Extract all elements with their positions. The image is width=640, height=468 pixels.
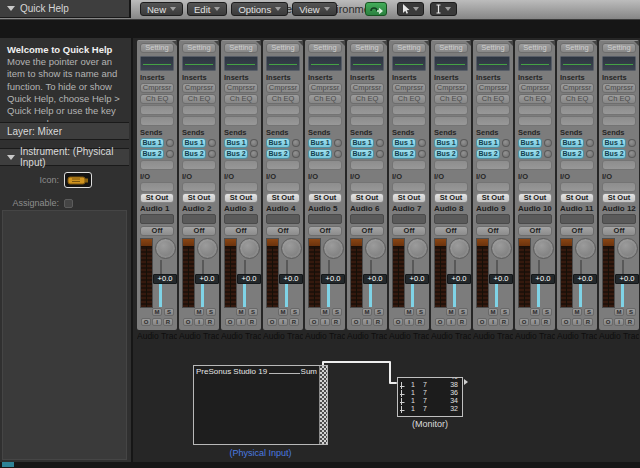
group-slot[interactable] bbox=[476, 214, 510, 224]
eq-display[interactable] bbox=[308, 56, 342, 71]
pan-knob[interactable] bbox=[281, 238, 302, 259]
send-bus2-button[interactable]: Bus 2 bbox=[140, 149, 164, 159]
input-slot[interactable] bbox=[350, 182, 384, 192]
channel-strip[interactable]: Setting Inserts Cmprssr Ch EQ Sends Bus … bbox=[431, 40, 471, 330]
insert-slot-compressor[interactable]: Cmprssr bbox=[224, 83, 258, 93]
pan-knob[interactable] bbox=[197, 238, 218, 259]
output-monitor-button[interactable]: O bbox=[435, 318, 445, 326]
send-bus1-button[interactable]: Bus 1 bbox=[350, 138, 374, 148]
group-slot[interactable] bbox=[518, 214, 552, 224]
fader-position-line[interactable] bbox=[411, 284, 414, 307]
insert-slot-empty[interactable] bbox=[350, 105, 384, 115]
group-slot[interactable] bbox=[266, 214, 300, 224]
insert-slot-compressor[interactable]: Cmprssr bbox=[182, 83, 216, 93]
setting-button[interactable]: Setting bbox=[140, 43, 174, 53]
automation-mode-button[interactable]: Off bbox=[266, 226, 300, 236]
insert-slot-empty[interactable] bbox=[560, 105, 594, 115]
insert-slot-empty[interactable] bbox=[224, 116, 258, 126]
setting-button[interactable]: Setting bbox=[350, 43, 384, 53]
setting-button[interactable]: Setting bbox=[224, 43, 258, 53]
mute-button[interactable]: M bbox=[572, 308, 582, 316]
send-bus1-button[interactable]: Bus 1 bbox=[476, 138, 500, 148]
fader-position-line[interactable] bbox=[495, 284, 498, 307]
output-monitor-button[interactable]: O bbox=[141, 318, 151, 326]
channel-strip[interactable]: Setting Inserts Cmprssr Ch EQ Sends Bus … bbox=[473, 40, 513, 330]
send-level-knob[interactable] bbox=[376, 150, 384, 158]
output-button[interactable]: St Out bbox=[476, 193, 510, 203]
fader-position-line[interactable] bbox=[201, 284, 204, 307]
send-bus2-button[interactable]: Bus 2 bbox=[560, 149, 584, 159]
solo-button[interactable]: S bbox=[626, 308, 636, 316]
input-slot[interactable] bbox=[434, 182, 468, 192]
input-slot[interactable] bbox=[224, 182, 258, 192]
send-level-knob[interactable] bbox=[628, 150, 636, 158]
send-level-knob[interactable] bbox=[502, 150, 510, 158]
send-level-knob[interactable] bbox=[502, 139, 510, 147]
send-slot-empty[interactable] bbox=[266, 160, 300, 170]
send-bus2-button[interactable]: Bus 2 bbox=[392, 149, 416, 159]
send-level-knob[interactable] bbox=[544, 139, 552, 147]
automation-mode-button[interactable]: Off bbox=[518, 226, 552, 236]
input-monitor-button[interactable]: I bbox=[614, 318, 624, 326]
input-monitor-button[interactable]: I bbox=[404, 318, 414, 326]
mute-button[interactable]: M bbox=[614, 308, 624, 316]
gain-value[interactable]: +0.0 bbox=[447, 274, 471, 284]
insert-slot-cheq[interactable]: Ch EQ bbox=[560, 94, 594, 104]
channel-strip[interactable]: Setting Inserts Cmprssr Ch EQ Sends Bus … bbox=[263, 40, 303, 330]
group-slot[interactable] bbox=[434, 214, 468, 224]
send-slot-empty[interactable] bbox=[140, 160, 174, 170]
input-monitor-button[interactable]: I bbox=[236, 318, 246, 326]
input-monitor-button[interactable]: I bbox=[530, 318, 540, 326]
solo-button[interactable]: S bbox=[500, 308, 510, 316]
output-button[interactable]: St Out bbox=[434, 193, 468, 203]
send-level-knob[interactable] bbox=[292, 150, 300, 158]
insert-slot-cheq[interactable]: Ch EQ bbox=[434, 94, 468, 104]
send-bus2-button[interactable]: Bus 2 bbox=[224, 149, 248, 159]
send-bus2-button[interactable]: Bus 2 bbox=[182, 149, 206, 159]
send-slot-empty[interactable] bbox=[560, 160, 594, 170]
input-monitor-button[interactable]: I bbox=[320, 318, 330, 326]
pointer-tool-button[interactable] bbox=[397, 2, 424, 16]
fader-track[interactable] bbox=[328, 260, 330, 274]
insert-slot-empty[interactable] bbox=[266, 116, 300, 126]
send-bus2-button[interactable]: Bus 2 bbox=[518, 149, 542, 159]
automation-mode-button[interactable]: Off bbox=[434, 226, 468, 236]
group-slot[interactable] bbox=[350, 214, 384, 224]
pan-knob[interactable] bbox=[155, 238, 176, 259]
output-button[interactable]: St Out bbox=[308, 193, 342, 203]
input-slot[interactable] bbox=[392, 182, 426, 192]
insert-slot-empty[interactable] bbox=[392, 105, 426, 115]
group-slot[interactable] bbox=[308, 214, 342, 224]
pan-knob[interactable] bbox=[407, 238, 428, 259]
insert-slot-empty[interactable] bbox=[224, 105, 258, 115]
gain-value[interactable]: +0.0 bbox=[489, 274, 513, 284]
send-slot-empty[interactable] bbox=[182, 160, 216, 170]
gain-value[interactable]: +0.0 bbox=[195, 274, 219, 284]
input-monitor-button[interactable]: I bbox=[572, 318, 582, 326]
send-level-knob[interactable] bbox=[376, 139, 384, 147]
input-monitor-button[interactable]: I bbox=[488, 318, 498, 326]
solo-button[interactable]: S bbox=[248, 308, 258, 316]
pan-knob[interactable] bbox=[449, 238, 470, 259]
record-enable-button[interactable]: R bbox=[499, 318, 509, 326]
fader-track[interactable] bbox=[580, 260, 582, 274]
pan-knob[interactable] bbox=[239, 238, 260, 259]
send-slot-empty[interactable] bbox=[476, 160, 510, 170]
gain-value[interactable]: +0.0 bbox=[153, 274, 177, 284]
insert-slot-cheq[interactable]: Ch EQ bbox=[224, 94, 258, 104]
record-enable-button[interactable]: R bbox=[583, 318, 593, 326]
record-enable-button[interactable]: R bbox=[373, 318, 383, 326]
insert-slot-empty[interactable] bbox=[140, 116, 174, 126]
send-bus1-button[interactable]: Bus 1 bbox=[308, 138, 332, 148]
send-level-knob[interactable] bbox=[628, 139, 636, 147]
eq-display[interactable] bbox=[518, 56, 552, 71]
fader-track[interactable] bbox=[370, 260, 372, 274]
insert-slot-empty[interactable] bbox=[518, 105, 552, 115]
automation-mode-button[interactable]: Off bbox=[308, 226, 342, 236]
insert-slot-compressor[interactable]: Cmprssr bbox=[602, 83, 636, 93]
layer-row[interactable]: Layer: Mixer bbox=[0, 122, 129, 140]
insert-slot-compressor[interactable]: Cmprssr bbox=[266, 83, 300, 93]
insert-slot-empty[interactable] bbox=[392, 116, 426, 126]
fader-position-line[interactable] bbox=[579, 284, 582, 307]
eq-display[interactable] bbox=[224, 56, 258, 71]
